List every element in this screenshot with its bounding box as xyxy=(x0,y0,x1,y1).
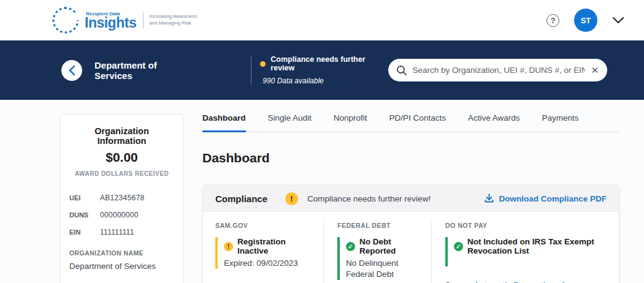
user-avatar[interactable]: ST xyxy=(574,9,597,32)
download-icon xyxy=(485,194,494,203)
main-content: Dashboard Single Audit Nonprofit PD/PI C… xyxy=(202,100,619,283)
chevron-down-icon[interactable] xyxy=(612,17,624,24)
compliance-card-body: SAM.GOV ! Registration Inactive Expired:… xyxy=(203,212,619,283)
tab-bar: Dashboard Single Audit Nonprofit PD/PI C… xyxy=(202,113,619,132)
status-text: No Debt Reported xyxy=(359,237,421,255)
top-header: Recipient Data Insights Increasing Aware… xyxy=(0,0,644,40)
warning-icon: ! xyxy=(224,242,233,251)
tab-payments[interactable]: Payments xyxy=(542,113,578,132)
status-title: Compliance needs further review xyxy=(270,55,388,72)
org-id-row-ein: EIN 111111111 xyxy=(69,228,174,236)
compliance-title: Compliance xyxy=(215,194,267,204)
warning-icon: ! xyxy=(285,192,298,205)
org-name-label: ORGANIZATION NAME xyxy=(69,249,174,257)
logo-swirl-icon xyxy=(52,7,79,34)
nav-compliance-status: Compliance needs further review 990 Data… xyxy=(260,55,388,85)
nav-divider xyxy=(251,56,251,85)
status-detail: No Delinquent Federal Debt xyxy=(346,258,421,280)
award-amount: $0.00 xyxy=(69,150,174,165)
compliance-card-header: Compliance ! Compliance needs further re… xyxy=(203,186,619,212)
status-text: Not Included on IRS Tax Exempt Revocatio… xyxy=(467,237,597,255)
compliance-section-do-not-pay: DO NOT PAY ✓ Not Included on IRS Tax Exe… xyxy=(431,222,607,283)
section-label: SAM.GOV xyxy=(215,222,313,229)
check-icon: ✓ xyxy=(346,242,355,251)
compliance-card: Compliance ! Compliance needs further re… xyxy=(202,185,619,283)
status-block: ✓ No Debt Reported No Delinquent Federal… xyxy=(337,237,421,280)
logo-tagline: Increasing Awareness and Managing Risk xyxy=(149,13,197,27)
org-id-row-duns: DUNS 000000000 xyxy=(69,211,174,219)
search-input[interactable] xyxy=(413,66,586,75)
section-label: DO NOT PAY xyxy=(445,222,597,229)
logo-divider xyxy=(143,12,144,28)
org-id-row-uei: UEI AB12345678 xyxy=(69,194,174,202)
close-icon[interactable]: ✕ xyxy=(591,66,599,75)
back-button[interactable] xyxy=(61,60,82,81)
org-nav-bar: Department of Services Compliance needs … xyxy=(0,40,644,100)
section-label: FEDERAL DEBT xyxy=(337,222,421,229)
org-info-title: Organization Information xyxy=(69,126,174,146)
logo-brand-main: Insights xyxy=(85,17,136,30)
tab-pdpi-contacts[interactable]: PD/PI Contacts xyxy=(389,113,446,132)
check-icon: ✓ xyxy=(454,242,463,251)
tab-single-audit[interactable]: Single Audit xyxy=(268,113,312,132)
search-icon xyxy=(396,65,407,76)
status-block: ! Registration Inactive Expired: 09/02/2… xyxy=(215,237,313,269)
status-detail: Expired: 09/02/2023 xyxy=(224,258,313,269)
organization-info-card: Organization Information $0.00 AWARD DOL… xyxy=(60,114,183,283)
page-title: Dashboard xyxy=(202,151,619,165)
app-screen: Recipient Data Insights Increasing Aware… xyxy=(0,0,644,283)
status-subtext: 990 Data available xyxy=(263,77,388,85)
status-block: ✓ Not Included on IRS Tax Exempt Revocat… xyxy=(445,237,597,266)
compliance-alert-text: Compliance needs further review! xyxy=(307,194,431,203)
nav-org-name: Department of Services xyxy=(94,60,194,81)
compliance-section-federal-debt: FEDERAL DEBT ✓ No Debt Reported No Delin… xyxy=(323,222,431,283)
app-logo[interactable]: Recipient Data Insights Increasing Aware… xyxy=(52,7,197,34)
tab-nonprofit[interactable]: Nonprofit xyxy=(334,113,367,132)
download-compliance-pdf-link[interactable]: Download Compliance PDF xyxy=(485,194,607,203)
tab-dashboard[interactable]: Dashboard xyxy=(202,113,246,132)
header-actions: ? ST xyxy=(546,9,624,32)
compliance-section-samgov: SAM.GOV ! Registration Inactive Expired:… xyxy=(215,222,323,283)
status-dot-icon xyxy=(260,61,266,67)
help-icon[interactable]: ? xyxy=(546,14,559,27)
search-bar[interactable]: ✕ xyxy=(388,59,607,81)
status-text: Registration Inactive xyxy=(237,237,313,255)
org-id-list: UEI AB12345678 DUNS 000000000 EIN 111111… xyxy=(69,194,174,236)
org-name-value: Department of Services xyxy=(69,262,174,271)
award-amount-label: AWARD DOLLARS RECEIVED xyxy=(69,170,174,177)
tab-active-awards[interactable]: Active Awards xyxy=(468,113,520,132)
